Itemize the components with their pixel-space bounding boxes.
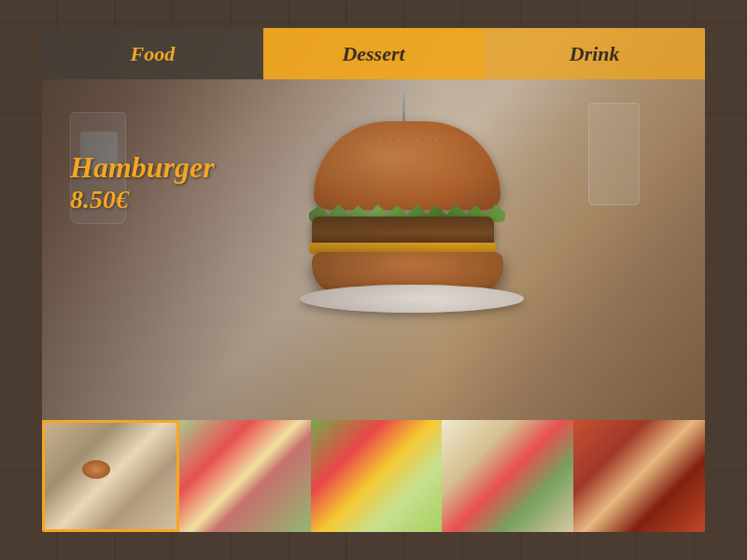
thumbnail-3-image [311, 420, 443, 532]
thumbnail-1[interactable] [42, 420, 179, 532]
tab-dessert-label: Dessert [342, 42, 404, 66]
item-info: Hamburger 8.50€ [70, 149, 215, 215]
thumbnail-5-image [573, 420, 705, 532]
thumbnail-4[interactable] [442, 420, 573, 532]
thumbnail-strip [42, 420, 705, 532]
hero-overlay [42, 28, 705, 420]
hero-image [42, 28, 705, 420]
thumbnail-4-image [442, 420, 573, 532]
app-container: Food Dessert Drink [42, 28, 705, 532]
thumbnail-5[interactable] [573, 420, 705, 532]
tab-food-label: Food [130, 42, 175, 66]
thumbnail-2-image [179, 420, 311, 532]
tab-drink-label: Drink [570, 42, 620, 66]
thumbnail-2[interactable] [179, 420, 311, 532]
tab-bar: Food Dessert Drink [42, 28, 705, 79]
tab-food[interactable]: Food [42, 28, 263, 79]
thumbnail-1-image [45, 423, 176, 529]
tab-drink[interactable]: Drink [484, 28, 705, 79]
thumbnail-3[interactable] [311, 420, 443, 532]
item-name: Hamburger [70, 149, 215, 185]
item-price: 8.50€ [70, 185, 215, 215]
tab-dessert[interactable]: Dessert [263, 28, 485, 79]
